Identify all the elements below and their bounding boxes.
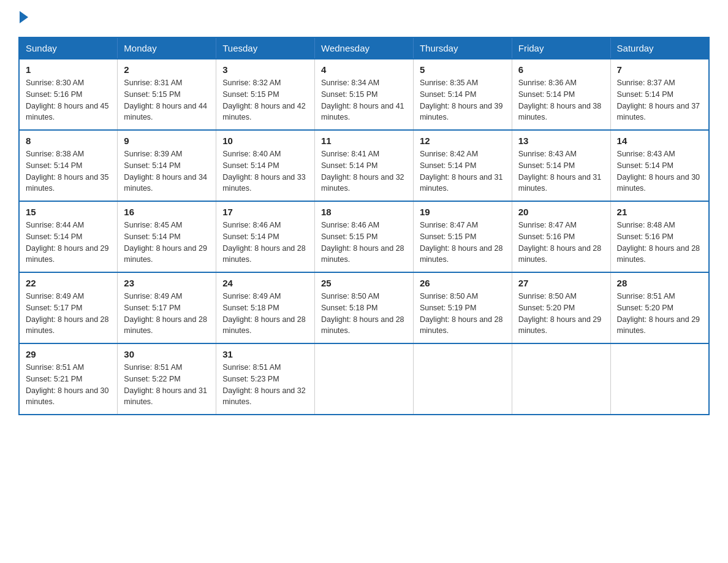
calendar-week-row: 15Sunrise: 8:44 AMSunset: 5:14 PMDayligh…: [19, 201, 709, 272]
calendar-day-cell: 1Sunrise: 8:30 AMSunset: 5:16 PMDaylight…: [19, 59, 118, 130]
day-number: 8: [26, 136, 111, 146]
col-thursday: Thursday: [413, 37, 512, 59]
calendar-day-cell: 17Sunrise: 8:46 AMSunset: 5:14 PMDayligh…: [216, 201, 315, 272]
calendar-day-cell: 19Sunrise: 8:47 AMSunset: 5:15 PMDayligh…: [413, 201, 512, 272]
day-number: 24: [222, 278, 308, 288]
day-info: Sunrise: 8:46 AMSunset: 5:15 PMDaylight:…: [321, 220, 407, 266]
calendar-day-cell: 26Sunrise: 8:50 AMSunset: 5:19 PMDayligh…: [413, 272, 512, 343]
col-saturday: Saturday: [610, 37, 709, 59]
calendar-day-cell: 14Sunrise: 8:43 AMSunset: 5:14 PMDayligh…: [610, 130, 709, 201]
day-info: Sunrise: 8:35 AMSunset: 5:14 PMDaylight:…: [420, 77, 506, 123]
calendar-day-cell: [512, 343, 610, 415]
day-number: 3: [222, 64, 308, 75]
calendar-day-cell: 20Sunrise: 8:47 AMSunset: 5:16 PMDayligh…: [512, 201, 610, 272]
day-number: 26: [420, 278, 506, 288]
calendar-day-cell: 9Sunrise: 8:39 AMSunset: 5:14 PMDaylight…: [118, 130, 216, 201]
day-number: 13: [518, 136, 604, 146]
day-number: 5: [420, 64, 506, 75]
day-number: 23: [124, 278, 210, 288]
col-tuesday: Tuesday: [216, 37, 315, 59]
day-info: Sunrise: 8:50 AMSunset: 5:19 PMDaylight:…: [420, 291, 506, 337]
calendar-day-cell: 28Sunrise: 8:51 AMSunset: 5:20 PMDayligh…: [610, 272, 709, 343]
day-info: Sunrise: 8:47 AMSunset: 5:16 PMDaylight:…: [518, 220, 604, 266]
calendar-header-row: Sunday Monday Tuesday Wednesday Thursday…: [19, 37, 709, 59]
calendar-day-cell: 21Sunrise: 8:48 AMSunset: 5:16 PMDayligh…: [610, 201, 709, 272]
day-info: Sunrise: 8:49 AMSunset: 5:17 PMDaylight:…: [26, 291, 111, 337]
col-sunday: Sunday: [19, 37, 118, 59]
page-header: [18, 12, 710, 25]
day-info: Sunrise: 8:30 AMSunset: 5:16 PMDaylight:…: [26, 77, 111, 123]
calendar-day-cell: 16Sunrise: 8:45 AMSunset: 5:14 PMDayligh…: [118, 201, 216, 272]
col-wednesday: Wednesday: [315, 37, 414, 59]
calendar-day-cell: 29Sunrise: 8:51 AMSunset: 5:21 PMDayligh…: [19, 343, 118, 415]
day-number: 6: [518, 64, 604, 75]
day-number: 10: [222, 136, 308, 146]
calendar-day-cell: 22Sunrise: 8:49 AMSunset: 5:17 PMDayligh…: [19, 272, 118, 343]
col-friday: Friday: [512, 37, 610, 59]
day-number: 4: [321, 64, 407, 75]
calendar-day-cell: 6Sunrise: 8:36 AMSunset: 5:14 PMDaylight…: [512, 59, 610, 130]
day-number: 21: [617, 207, 702, 217]
day-info: Sunrise: 8:42 AMSunset: 5:14 PMDaylight:…: [420, 148, 506, 194]
day-number: 27: [518, 278, 604, 288]
day-info: Sunrise: 8:38 AMSunset: 5:14 PMDaylight:…: [26, 148, 111, 194]
calendar-day-cell: 2Sunrise: 8:31 AMSunset: 5:15 PMDaylight…: [118, 59, 216, 130]
day-number: 20: [518, 207, 604, 217]
calendar-week-row: 29Sunrise: 8:51 AMSunset: 5:21 PMDayligh…: [19, 343, 709, 415]
logo: [18, 12, 28, 25]
calendar-day-cell: 30Sunrise: 8:51 AMSunset: 5:22 PMDayligh…: [118, 343, 216, 415]
day-number: 25: [321, 278, 407, 288]
day-number: 22: [26, 278, 111, 288]
calendar-day-cell: 11Sunrise: 8:41 AMSunset: 5:14 PMDayligh…: [315, 130, 414, 201]
day-info: Sunrise: 8:45 AMSunset: 5:14 PMDaylight:…: [124, 220, 210, 266]
calendar-day-cell: 27Sunrise: 8:50 AMSunset: 5:20 PMDayligh…: [512, 272, 610, 343]
day-number: 19: [420, 207, 506, 217]
day-info: Sunrise: 8:44 AMSunset: 5:14 PMDaylight:…: [26, 220, 111, 266]
calendar-day-cell: 8Sunrise: 8:38 AMSunset: 5:14 PMDaylight…: [19, 130, 118, 201]
day-number: 29: [26, 349, 111, 359]
day-number: 31: [222, 349, 308, 359]
calendar-day-cell: 10Sunrise: 8:40 AMSunset: 5:14 PMDayligh…: [216, 130, 315, 201]
day-info: Sunrise: 8:41 AMSunset: 5:14 PMDaylight:…: [321, 148, 407, 194]
day-info: Sunrise: 8:51 AMSunset: 5:20 PMDaylight:…: [617, 291, 702, 337]
calendar-day-cell: 7Sunrise: 8:37 AMSunset: 5:14 PMDaylight…: [610, 59, 709, 130]
calendar-day-cell: 15Sunrise: 8:44 AMSunset: 5:14 PMDayligh…: [19, 201, 118, 272]
day-info: Sunrise: 8:51 AMSunset: 5:22 PMDaylight:…: [124, 362, 210, 408]
day-number: 18: [321, 207, 407, 217]
day-info: Sunrise: 8:43 AMSunset: 5:14 PMDaylight:…: [617, 148, 702, 194]
calendar-day-cell: 3Sunrise: 8:32 AMSunset: 5:15 PMDaylight…: [216, 59, 315, 130]
calendar-day-cell: 18Sunrise: 8:46 AMSunset: 5:15 PMDayligh…: [315, 201, 414, 272]
calendar-table: Sunday Monday Tuesday Wednesday Thursday…: [18, 37, 710, 415]
day-info: Sunrise: 8:50 AMSunset: 5:18 PMDaylight:…: [321, 291, 407, 337]
day-info: Sunrise: 8:32 AMSunset: 5:15 PMDaylight:…: [222, 77, 308, 123]
day-info: Sunrise: 8:36 AMSunset: 5:14 PMDaylight:…: [518, 77, 604, 123]
day-number: 17: [222, 207, 308, 217]
day-info: Sunrise: 8:48 AMSunset: 5:16 PMDaylight:…: [617, 220, 702, 266]
day-info: Sunrise: 8:39 AMSunset: 5:14 PMDaylight:…: [124, 148, 210, 194]
day-info: Sunrise: 8:43 AMSunset: 5:14 PMDaylight:…: [518, 148, 604, 194]
day-info: Sunrise: 8:49 AMSunset: 5:18 PMDaylight:…: [222, 291, 308, 337]
calendar-day-cell: [315, 343, 414, 415]
day-info: Sunrise: 8:51 AMSunset: 5:21 PMDaylight:…: [26, 362, 111, 408]
calendar-day-cell: 4Sunrise: 8:34 AMSunset: 5:15 PMDaylight…: [315, 59, 414, 130]
calendar-day-cell: 5Sunrise: 8:35 AMSunset: 5:14 PMDaylight…: [413, 59, 512, 130]
day-info: Sunrise: 8:31 AMSunset: 5:15 PMDaylight:…: [124, 77, 210, 123]
calendar-day-cell: 25Sunrise: 8:50 AMSunset: 5:18 PMDayligh…: [315, 272, 414, 343]
day-number: 15: [26, 207, 111, 217]
col-monday: Monday: [118, 37, 216, 59]
calendar-day-cell: 24Sunrise: 8:49 AMSunset: 5:18 PMDayligh…: [216, 272, 315, 343]
day-number: 9: [124, 136, 210, 146]
calendar-week-row: 22Sunrise: 8:49 AMSunset: 5:17 PMDayligh…: [19, 272, 709, 343]
day-info: Sunrise: 8:40 AMSunset: 5:14 PMDaylight:…: [222, 148, 308, 194]
day-number: 11: [321, 136, 407, 146]
day-info: Sunrise: 8:49 AMSunset: 5:17 PMDaylight:…: [124, 291, 210, 337]
day-number: 14: [617, 136, 702, 146]
day-info: Sunrise: 8:46 AMSunset: 5:14 PMDaylight:…: [222, 220, 308, 266]
calendar-day-cell: 12Sunrise: 8:42 AMSunset: 5:14 PMDayligh…: [413, 130, 512, 201]
day-number: 7: [617, 64, 702, 75]
calendar-day-cell: [413, 343, 512, 415]
calendar-day-cell: 31Sunrise: 8:51 AMSunset: 5:23 PMDayligh…: [216, 343, 315, 415]
calendar-day-cell: 23Sunrise: 8:49 AMSunset: 5:17 PMDayligh…: [118, 272, 216, 343]
day-info: Sunrise: 8:34 AMSunset: 5:15 PMDaylight:…: [321, 77, 407, 123]
day-number: 16: [124, 207, 210, 217]
